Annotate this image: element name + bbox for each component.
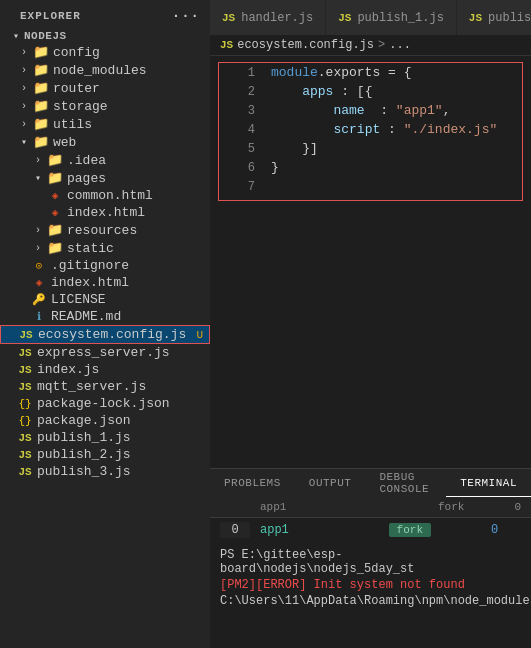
arrow-icon: › <box>30 155 46 166</box>
html-icon: ◈ <box>46 189 64 202</box>
tab-publish3-js[interactable]: JS publish_3.js <box>457 0 531 35</box>
js-icon: JS <box>16 364 34 376</box>
tab-problems[interactable]: PROBLEMS <box>210 469 295 497</box>
tree-item-idea[interactable]: › 📁 .idea <box>0 151 210 169</box>
js-icon: JS <box>16 449 34 461</box>
line-content: } <box>271 160 279 175</box>
tree-label: publish_2.js <box>37 447 210 462</box>
tree-label: pages <box>67 171 210 186</box>
tree-item-index-html-pages[interactable]: ◈ index.html <box>0 204 210 221</box>
tree-label: .idea <box>67 153 210 168</box>
tree-item-config[interactable]: › 📁 config <box>0 43 210 61</box>
js-tab-icon: JS <box>338 12 351 24</box>
terminal-line-3: C:\Users\11\AppData\Roaming\npm\node_mod… <box>220 594 521 608</box>
folder-icon: 📁 <box>46 170 64 186</box>
tree-item-resources[interactable]: › 📁 resources <box>0 221 210 239</box>
git-icon: ⊙ <box>30 259 48 272</box>
pm2-name: app1 <box>260 523 320 537</box>
code-editor: 1 module.exports = { 2 apps : [{ 3 name … <box>210 56 531 468</box>
tab-publish1-js[interactable]: JS publish_1.js <box>326 0 457 35</box>
js-icon: JS <box>16 432 34 444</box>
tree-item-ecosystem-config[interactable]: JS ecosystem.config.js U <box>0 325 210 344</box>
js-tab-icon: JS <box>469 12 482 24</box>
line-content: }] <box>271 141 318 156</box>
line-content: module.exports = { <box>271 65 411 80</box>
pm2-row: 0 app1 fork 0 <box>210 518 531 542</box>
folder-icon: 📁 <box>32 80 50 96</box>
arrow-icon: › <box>30 225 46 236</box>
tree-item-express-server[interactable]: JS express_server.js <box>0 344 210 361</box>
tree-item-node-modules[interactable]: › 📁 node_modules <box>0 61 210 79</box>
arrow-icon: ▾ <box>16 136 32 148</box>
tab-label: handler.js <box>241 11 313 25</box>
tree-item-license[interactable]: 🔑 LICENSE <box>0 291 210 308</box>
tab-output[interactable]: OUTPUT <box>295 469 366 497</box>
tab-terminal[interactable]: TERMINAL <box>446 469 531 497</box>
panel-tabs: PROBLEMS OUTPUT DEBUG CONSOLE TERMINAL <box>210 469 531 497</box>
tree-item-package-json[interactable]: {} package.json <box>0 412 210 429</box>
tree-item-package-lock[interactable]: {} package-lock.json <box>0 395 210 412</box>
pm2-col-mode: fork <box>438 501 464 513</box>
tree-item-index-html-web[interactable]: ◈ index.html <box>0 274 210 291</box>
tree-label: README.md <box>51 309 210 324</box>
js-icon: JS <box>16 381 34 393</box>
readme-icon: ℹ <box>30 310 48 323</box>
tree-item-common-html[interactable]: ◈ common.html <box>0 187 210 204</box>
more-icon[interactable]: ··· <box>172 8 200 24</box>
tree-root-label: NODEJS <box>24 30 210 42</box>
tree-root-nodejs[interactable]: ▾ NODEJS <box>0 29 210 43</box>
html-icon: ◈ <box>46 206 64 219</box>
tree-item-router[interactable]: › 📁 router <box>0 79 210 97</box>
pm2-status: 0 <box>491 523 521 537</box>
arrow-icon: › <box>16 83 32 94</box>
line-number: 7 <box>227 180 255 194</box>
tab-debug-console[interactable]: DEBUG CONSOLE <box>365 469 446 497</box>
js-icon: JS <box>16 347 34 359</box>
breadcrumb-js-icon: JS <box>220 39 233 51</box>
code-line-3: 3 name : "app1", <box>219 103 522 122</box>
tab-label: publish_3.js <box>488 11 531 25</box>
json-icon: {} <box>16 415 34 427</box>
arrow-icon: › <box>16 101 32 112</box>
tree-label: ecosystem.config.js <box>38 327 196 342</box>
tree-label: express_server.js <box>37 345 210 360</box>
bottom-panel: PROBLEMS OUTPUT DEBUG CONSOLE TERMINAL a… <box>210 468 531 648</box>
tree-item-publish2[interactable]: JS publish_2.js <box>0 446 210 463</box>
folder-icon: 📁 <box>32 62 50 78</box>
arrow-icon: › <box>16 65 32 76</box>
explorer-title: EXPLORER <box>20 10 81 22</box>
arrow-icon: › <box>30 243 46 254</box>
tab-handler-js[interactable]: JS handler.js <box>210 0 326 35</box>
folder-icon: 📁 <box>32 98 50 114</box>
arrow-icon: ▾ <box>8 30 24 42</box>
tree-item-pages[interactable]: ▾ 📁 pages <box>0 169 210 187</box>
tree-item-static[interactable]: › 📁 static <box>0 239 210 257</box>
line-number: 2 <box>227 85 255 99</box>
tree-item-mqtt-server[interactable]: JS mqtt_server.js <box>0 378 210 395</box>
line-content: script : "./index.js" <box>271 122 497 137</box>
tree-item-utils[interactable]: › 📁 utils <box>0 115 210 133</box>
arrow-icon: › <box>16 47 32 58</box>
tree-label: .gitignore <box>51 258 210 273</box>
tree-item-readme[interactable]: ℹ README.md <box>0 308 210 325</box>
editor-area: JS handler.js JS publish_1.js JS publish… <box>210 0 531 468</box>
tree-item-publish3[interactable]: JS publish_3.js <box>0 463 210 480</box>
tree-label: router <box>53 81 210 96</box>
tree-item-publish1[interactable]: JS publish_1.js <box>0 429 210 446</box>
folder-icon: 📁 <box>32 116 50 132</box>
tab-label: publish_1.js <box>357 11 443 25</box>
tree-label: index.html <box>67 205 210 220</box>
tree-label: publish_3.js <box>37 464 210 479</box>
tree-item-gitignore[interactable]: ⊙ .gitignore <box>0 257 210 274</box>
tree-label: node_modules <box>53 63 210 78</box>
tree-label: web <box>53 135 210 150</box>
tree-item-index-js[interactable]: JS index.js <box>0 361 210 378</box>
tree-label: publish_1.js <box>37 430 210 445</box>
tree-label: package.json <box>37 413 210 428</box>
line-content: apps : [{ <box>271 84 372 99</box>
tree-label: config <box>53 45 210 60</box>
tree-label: index.html <box>51 275 210 290</box>
tree-item-storage[interactable]: › 📁 storage <box>0 97 210 115</box>
tree-item-web[interactable]: ▾ 📁 web <box>0 133 210 151</box>
line-content: name : "app1", <box>271 103 450 118</box>
